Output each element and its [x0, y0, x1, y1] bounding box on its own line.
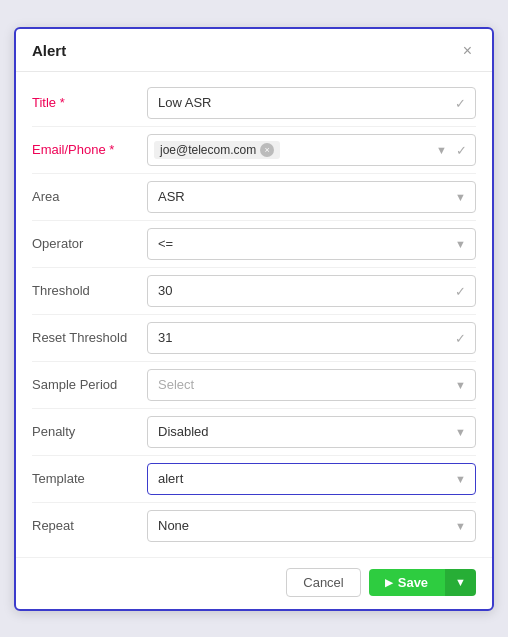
threshold-input[interactable] — [147, 275, 476, 307]
penalty-select-wrapper: Disabled ▼ — [147, 416, 476, 448]
area-label: Area — [32, 189, 147, 204]
repeat-field: None ▼ — [147, 510, 476, 542]
operator-label: Operator — [32, 236, 147, 251]
save-dropdown-arrow-icon: ▼ — [455, 576, 466, 588]
email-check-icon: ✓ — [456, 142, 467, 157]
email-row: Email/Phone * joe@telecom.com × ▼ ✓ — [32, 127, 476, 174]
save-dropdown-button[interactable]: ▼ — [444, 569, 476, 596]
penalty-select[interactable]: Disabled — [147, 416, 476, 448]
penalty-field: Disabled ▼ — [147, 416, 476, 448]
sample-period-label: Sample Period — [32, 377, 147, 392]
operator-select[interactable]: <= — [147, 228, 476, 260]
email-tag: joe@telecom.com × — [154, 141, 280, 159]
template-field: alert ▼ — [147, 463, 476, 495]
sample-period-select[interactable]: Select — [147, 369, 476, 401]
area-row: Area ASR ▼ — [32, 174, 476, 221]
penalty-label: Penalty — [32, 424, 147, 439]
title-input[interactable] — [147, 87, 476, 119]
operator-field: <= ▼ — [147, 228, 476, 260]
email-tag-wrapper[interactable]: joe@telecom.com × ▼ ✓ — [147, 134, 476, 166]
close-button[interactable]: × — [459, 41, 476, 61]
save-button-group: ▶ Save ▼ — [369, 569, 476, 596]
repeat-select-wrapper: None ▼ — [147, 510, 476, 542]
threshold-label: Threshold — [32, 283, 147, 298]
title-input-wrapper: ✓ — [147, 87, 476, 119]
operator-select-wrapper: <= ▼ — [147, 228, 476, 260]
email-field: joe@telecom.com × ▼ ✓ — [147, 134, 476, 166]
reset-threshold-input-wrapper: ✓ — [147, 322, 476, 354]
title-label: Title * — [32, 95, 147, 110]
alert-dialog: Alert × Title * ✓ Email/Phone * — [14, 27, 494, 611]
threshold-input-wrapper: ✓ — [147, 275, 476, 307]
reset-threshold-row: Reset Threshold ✓ — [32, 315, 476, 362]
repeat-label: Repeat — [32, 518, 147, 533]
sample-period-row: Sample Period Select ▼ — [32, 362, 476, 409]
dialog-body: Title * ✓ Email/Phone * joe@telecom.com … — [16, 72, 492, 557]
reset-threshold-label: Reset Threshold — [32, 330, 147, 345]
sample-period-select-wrapper: Select ▼ — [147, 369, 476, 401]
email-dropdown-arrow-icon: ▼ — [436, 144, 447, 156]
threshold-row: Threshold ✓ — [32, 268, 476, 315]
operator-row: Operator <= ▼ — [32, 221, 476, 268]
title-row: Title * ✓ — [32, 80, 476, 127]
penalty-row: Penalty Disabled ▼ — [32, 409, 476, 456]
area-select-wrapper: ASR ▼ — [147, 181, 476, 213]
area-field: ASR ▼ — [147, 181, 476, 213]
reset-threshold-field: ✓ — [147, 322, 476, 354]
save-play-icon: ▶ — [385, 577, 393, 588]
repeat-row: Repeat None ▼ — [32, 503, 476, 549]
template-select[interactable]: alert — [147, 463, 476, 495]
title-field: ✓ — [147, 87, 476, 119]
template-row: Template alert ▼ — [32, 456, 476, 503]
template-label: Template — [32, 471, 147, 486]
area-select[interactable]: ASR — [147, 181, 476, 213]
sample-period-field: Select ▼ — [147, 369, 476, 401]
email-tag-remove-button[interactable]: × — [260, 143, 274, 157]
dialog-footer: Cancel ▶ Save ▼ — [16, 557, 492, 609]
cancel-button[interactable]: Cancel — [286, 568, 360, 597]
save-button[interactable]: ▶ Save — [369, 569, 444, 596]
template-select-wrapper: alert ▼ — [147, 463, 476, 495]
save-label: Save — [398, 575, 428, 590]
email-label: Email/Phone * — [32, 142, 147, 157]
dialog-title: Alert — [32, 42, 66, 59]
repeat-select[interactable]: None — [147, 510, 476, 542]
dialog-header: Alert × — [16, 29, 492, 72]
reset-threshold-input[interactable] — [147, 322, 476, 354]
threshold-field: ✓ — [147, 275, 476, 307]
email-tag-text: joe@telecom.com — [160, 143, 256, 157]
